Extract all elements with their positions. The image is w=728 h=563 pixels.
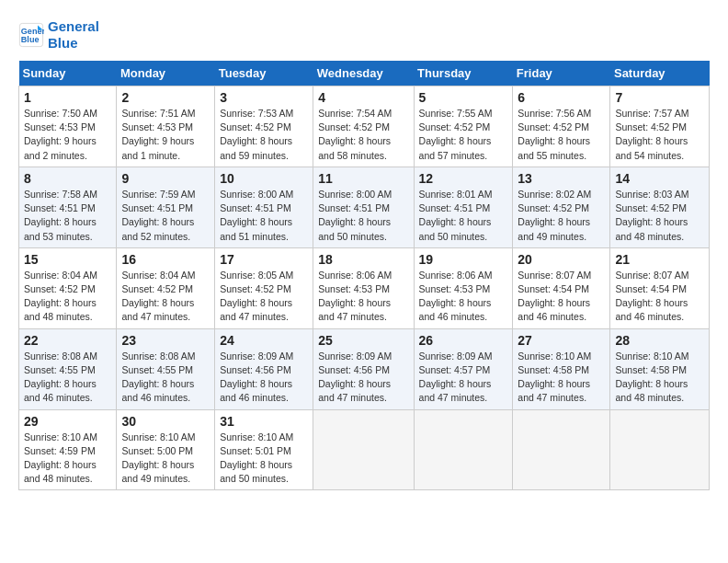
day-number: 12 xyxy=(419,171,508,186)
day-number: 19 xyxy=(419,252,508,267)
day-number: 17 xyxy=(220,252,308,267)
calendar-cell: 27Sunrise: 8:10 AM Sunset: 4:58 PM Dayli… xyxy=(513,328,610,409)
day-number: 5 xyxy=(419,90,508,105)
calendar-cell: 14Sunrise: 8:03 AM Sunset: 4:52 PM Dayli… xyxy=(610,167,710,247)
day-info: Sunrise: 8:00 AM Sunset: 4:51 PM Dayligh… xyxy=(220,188,308,244)
calendar-cell: 30Sunrise: 8:10 AM Sunset: 5:00 PM Dayli… xyxy=(117,409,215,490)
header-friday: Friday xyxy=(513,61,610,86)
calendar-cell: 18Sunrise: 8:06 AM Sunset: 4:53 PM Dayli… xyxy=(313,247,414,328)
day-number: 21 xyxy=(615,252,704,267)
calendar-cell xyxy=(414,409,513,490)
day-info: Sunrise: 8:08 AM Sunset: 4:55 PM Dayligh… xyxy=(24,350,111,406)
day-info: Sunrise: 8:04 AM Sunset: 4:52 PM Dayligh… xyxy=(121,269,210,325)
calendar-cell: 29Sunrise: 8:10 AM Sunset: 4:59 PM Dayli… xyxy=(19,409,117,490)
day-number: 4 xyxy=(318,90,408,105)
calendar-cell: 16Sunrise: 8:04 AM Sunset: 4:52 PM Dayli… xyxy=(117,247,215,328)
day-number: 30 xyxy=(121,414,210,429)
day-number: 7 xyxy=(615,90,704,105)
day-info: Sunrise: 8:01 AM Sunset: 4:51 PM Dayligh… xyxy=(419,188,508,244)
day-number: 2 xyxy=(121,90,210,105)
header-row: SundayMondayTuesdayWednesdayThursdayFrid… xyxy=(19,61,710,86)
calendar-cell: 9Sunrise: 7:59 AM Sunset: 4:51 PM Daylig… xyxy=(117,167,215,247)
calendar-cell: 4Sunrise: 7:54 AM Sunset: 4:52 PM Daylig… xyxy=(313,86,414,167)
week-row-3: 15Sunrise: 8:04 AM Sunset: 4:52 PM Dayli… xyxy=(19,247,710,328)
day-info: Sunrise: 7:57 AM Sunset: 4:52 PM Dayligh… xyxy=(615,107,704,163)
week-row-1: 1Sunrise: 7:50 AM Sunset: 4:53 PM Daylig… xyxy=(19,86,710,167)
logo: General Blue General Blue xyxy=(18,18,99,52)
day-number: 14 xyxy=(615,171,704,186)
day-number: 1 xyxy=(24,90,111,105)
calendar-cell: 3Sunrise: 7:53 AM Sunset: 4:52 PM Daylig… xyxy=(215,86,313,167)
day-info: Sunrise: 8:09 AM Sunset: 4:56 PM Dayligh… xyxy=(220,350,308,406)
calendar-cell xyxy=(513,409,610,490)
day-info: Sunrise: 8:05 AM Sunset: 4:52 PM Dayligh… xyxy=(220,269,308,325)
calendar-cell xyxy=(610,409,710,490)
day-info: Sunrise: 8:00 AM Sunset: 4:51 PM Dayligh… xyxy=(318,188,408,244)
day-number: 23 xyxy=(121,333,210,348)
calendar-cell: 17Sunrise: 8:05 AM Sunset: 4:52 PM Dayli… xyxy=(215,247,313,328)
svg-text:Blue: Blue xyxy=(21,35,40,44)
day-number: 13 xyxy=(518,171,605,186)
calendar-cell: 6Sunrise: 7:56 AM Sunset: 4:52 PM Daylig… xyxy=(513,86,610,167)
day-info: Sunrise: 8:07 AM Sunset: 4:54 PM Dayligh… xyxy=(518,269,605,325)
svg-text:General: General xyxy=(21,27,44,36)
day-number: 27 xyxy=(518,333,605,348)
calendar-cell: 15Sunrise: 8:04 AM Sunset: 4:52 PM Dayli… xyxy=(19,247,117,328)
calendar-cell: 2Sunrise: 7:51 AM Sunset: 4:53 PM Daylig… xyxy=(117,86,215,167)
calendar-cell: 24Sunrise: 8:09 AM Sunset: 4:56 PM Dayli… xyxy=(215,328,313,409)
day-number: 29 xyxy=(24,414,111,429)
calendar-cell: 8Sunrise: 7:58 AM Sunset: 4:51 PM Daylig… xyxy=(19,167,117,247)
day-info: Sunrise: 8:10 AM Sunset: 4:58 PM Dayligh… xyxy=(518,350,605,406)
calendar-cell: 23Sunrise: 8:08 AM Sunset: 4:55 PM Dayli… xyxy=(117,328,215,409)
day-number: 22 xyxy=(24,333,111,348)
calendar-cell xyxy=(313,409,414,490)
day-number: 18 xyxy=(318,252,408,267)
logo-icon: General Blue xyxy=(18,22,44,48)
day-info: Sunrise: 8:10 AM Sunset: 5:01 PM Dayligh… xyxy=(220,431,308,487)
day-info: Sunrise: 7:51 AM Sunset: 4:53 PM Dayligh… xyxy=(121,107,210,163)
calendar-cell: 31Sunrise: 8:10 AM Sunset: 5:01 PM Dayli… xyxy=(215,409,313,490)
day-info: Sunrise: 8:06 AM Sunset: 4:53 PM Dayligh… xyxy=(419,269,508,325)
day-info: Sunrise: 7:58 AM Sunset: 4:51 PM Dayligh… xyxy=(24,188,111,244)
day-number: 16 xyxy=(121,252,210,267)
header-saturday: Saturday xyxy=(610,61,710,86)
week-row-2: 8Sunrise: 7:58 AM Sunset: 4:51 PM Daylig… xyxy=(19,167,710,247)
day-number: 24 xyxy=(220,333,308,348)
day-number: 15 xyxy=(24,252,111,267)
day-info: Sunrise: 8:02 AM Sunset: 4:52 PM Dayligh… xyxy=(518,188,605,244)
calendar-cell: 10Sunrise: 8:00 AM Sunset: 4:51 PM Dayli… xyxy=(215,167,313,247)
day-info: Sunrise: 8:04 AM Sunset: 4:52 PM Dayligh… xyxy=(24,269,111,325)
day-info: Sunrise: 8:09 AM Sunset: 4:56 PM Dayligh… xyxy=(318,350,408,406)
day-info: Sunrise: 7:54 AM Sunset: 4:52 PM Dayligh… xyxy=(318,107,408,163)
day-number: 9 xyxy=(121,171,210,186)
day-info: Sunrise: 7:53 AM Sunset: 4:52 PM Dayligh… xyxy=(220,107,308,163)
day-info: Sunrise: 8:10 AM Sunset: 4:58 PM Dayligh… xyxy=(615,350,704,406)
calendar-cell: 26Sunrise: 8:09 AM Sunset: 4:57 PM Dayli… xyxy=(414,328,513,409)
day-number: 10 xyxy=(220,171,308,186)
week-row-5: 29Sunrise: 8:10 AM Sunset: 4:59 PM Dayli… xyxy=(19,409,710,490)
day-info: Sunrise: 7:55 AM Sunset: 4:52 PM Dayligh… xyxy=(419,107,508,163)
header-tuesday: Tuesday xyxy=(215,61,313,86)
day-number: 28 xyxy=(615,333,704,348)
day-number: 6 xyxy=(518,90,605,105)
day-info: Sunrise: 8:10 AM Sunset: 5:00 PM Dayligh… xyxy=(121,431,210,487)
day-number: 8 xyxy=(24,171,111,186)
calendar-cell: 1Sunrise: 7:50 AM Sunset: 4:53 PM Daylig… xyxy=(19,86,117,167)
day-number: 3 xyxy=(220,90,308,105)
day-info: Sunrise: 8:09 AM Sunset: 4:57 PM Dayligh… xyxy=(419,350,508,406)
calendar-cell: 22Sunrise: 8:08 AM Sunset: 4:55 PM Dayli… xyxy=(19,328,117,409)
calendar-cell: 11Sunrise: 8:00 AM Sunset: 4:51 PM Dayli… xyxy=(313,167,414,247)
calendar-table: SundayMondayTuesdayWednesdayThursdayFrid… xyxy=(18,61,710,490)
calendar-cell: 28Sunrise: 8:10 AM Sunset: 4:58 PM Dayli… xyxy=(610,328,710,409)
calendar-cell: 21Sunrise: 8:07 AM Sunset: 4:54 PM Dayli… xyxy=(610,247,710,328)
day-info: Sunrise: 7:59 AM Sunset: 4:51 PM Dayligh… xyxy=(121,188,210,244)
calendar-cell: 25Sunrise: 8:09 AM Sunset: 4:56 PM Dayli… xyxy=(313,328,414,409)
week-row-4: 22Sunrise: 8:08 AM Sunset: 4:55 PM Dayli… xyxy=(19,328,710,409)
calendar-cell: 5Sunrise: 7:55 AM Sunset: 4:52 PM Daylig… xyxy=(414,86,513,167)
day-info: Sunrise: 7:56 AM Sunset: 4:52 PM Dayligh… xyxy=(518,107,605,163)
calendar-cell: 12Sunrise: 8:01 AM Sunset: 4:51 PM Dayli… xyxy=(414,167,513,247)
calendar-cell: 13Sunrise: 8:02 AM Sunset: 4:52 PM Dayli… xyxy=(513,167,610,247)
header-monday: Monday xyxy=(117,61,215,86)
calendar-cell: 7Sunrise: 7:57 AM Sunset: 4:52 PM Daylig… xyxy=(610,86,710,167)
calendar-cell: 19Sunrise: 8:06 AM Sunset: 4:53 PM Dayli… xyxy=(414,247,513,328)
